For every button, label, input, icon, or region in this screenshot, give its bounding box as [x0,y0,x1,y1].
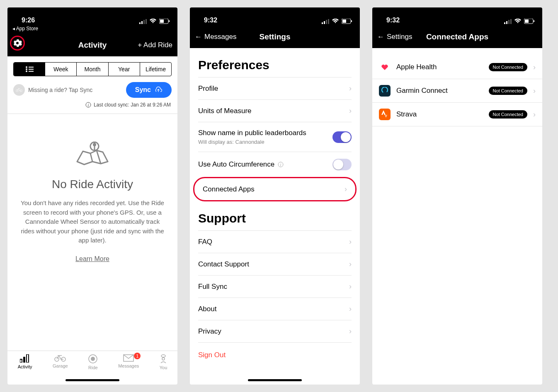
row-connected-label: Connected Apps [203,185,255,194]
chevron-icon: › [349,106,352,115]
apps-list: Apple Health Not Connected › Garmin Conn… [372,48,542,126]
svg-rect-21 [23,357,25,363]
row-about[interactable]: About › [198,298,352,320]
segment-month[interactable]: Month [77,63,108,76]
row-contact-label: Contact Support [198,260,249,269]
status-bar: 9:32 [190,7,360,26]
svg-rect-5 [160,19,164,23]
svg-point-29 [162,358,165,360]
segment-list[interactable] [14,63,45,76]
chevron-icon: › [349,282,352,291]
nav-bar: ← Messages Settings [190,26,360,48]
info-icon[interactable]: i [278,162,284,167]
back-button[interactable]: ← Messages [195,33,236,41]
info-icon: i [85,102,91,108]
back-label: Messages [204,33,236,41]
app-row-strava[interactable]: Strava Not Connected › [372,103,542,126]
segment-week[interactable]: Week [45,63,77,76]
svg-rect-40 [506,21,507,24]
app-strava-status: Not Connected [489,110,527,119]
last-sync-row: i Last cloud sync: Jan 26 at 9:26 AM [7,100,177,114]
svg-point-26 [91,357,95,361]
row-profile[interactable]: Profile › [198,77,352,100]
back-arrow-icon: ← [195,33,202,41]
app-health-status: Not Connected [489,63,527,71]
connected-apps-highlight: Connected Apps › [193,177,357,201]
svg-line-18 [97,150,101,164]
status-time: 9:26 [22,17,35,24]
wifi-icon [149,19,157,24]
bike-icon [13,84,25,96]
auto-circ-toggle[interactable] [332,159,352,170]
svg-rect-12 [29,71,34,72]
svg-rect-41 [508,20,509,24]
garmin-icon [379,85,391,97]
status-icons [504,19,535,24]
status-bar: 9:26 [7,7,177,26]
row-units[interactable]: Units of Measure › [198,100,352,122]
messages-badge: 1 [134,353,141,359]
svg-rect-42 [510,19,512,24]
sync-button[interactable]: Sync [126,82,172,98]
last-sync-text: Last cloud sync: Jan 26 at 9:26 AM [94,102,171,108]
svg-marker-47 [381,110,386,115]
tab-bar: Activity Garage Ride 1 Messages You [7,351,177,385]
add-ride-button[interactable]: + Add Ride [138,41,172,49]
record-icon [88,354,97,363]
connected-apps-screen: 9:32 ← Settings Connected Apps Apple Hea… [372,7,542,385]
tab-ride-label: Ride [88,365,98,370]
empty-state: No Ride Activity You don't have any ride… [7,114,177,351]
status-time: 9:32 [386,17,400,24]
wifi-icon [332,19,339,24]
row-connected-apps[interactable]: Connected Apps › [194,178,355,200]
svg-rect-1 [141,21,143,24]
chevron-icon: › [349,327,352,336]
battery-icon [524,19,535,24]
status-icons [322,19,352,24]
row-contact[interactable]: Contact Support › [198,253,352,276]
row-privacy-label: Privacy [198,327,221,336]
svg-point-19 [93,143,96,146]
segment-lifetime[interactable]: Lifetime [140,63,171,76]
sign-out-button[interactable]: Sign Out [190,343,360,368]
tab-you[interactable]: You [160,354,167,385]
home-indicator[interactable] [66,379,119,381]
segment-year[interactable]: Year [109,63,140,76]
row-fullsync[interactable]: Full Sync › [198,276,352,298]
back-label: Settings [387,33,412,41]
svg-rect-8 [29,67,34,68]
app-health-label: Apple Health [396,63,483,71]
tab-garage-label: Garage [53,363,68,368]
app-row-garmin[interactable]: Garmin Connect Not Connected › [372,79,542,103]
chevron-icon: › [345,185,347,194]
svg-rect-3 [146,19,147,24]
chevron-icon: › [349,305,352,313]
gear-icon[interactable] [13,39,22,48]
signal-icon [504,19,512,24]
tab-activity[interactable]: Activity [18,354,32,385]
home-indicator[interactable] [248,379,302,381]
chevron-icon: › [533,87,536,95]
activity-screen: 9:26 ◂ App Store Activity + Add Ride Wee… [7,7,177,385]
sync-button-label: Sync [135,86,151,94]
svg-rect-39 [504,22,505,24]
svg-text:i: i [87,103,89,107]
tab-messages[interactable]: 1 Messages [118,354,139,385]
svg-rect-35 [342,19,346,23]
row-privacy[interactable]: Privacy › [198,320,352,343]
row-faq[interactable]: FAQ › [198,231,352,253]
back-button[interactable]: ← Settings [377,33,412,41]
back-to-appstore[interactable]: ◂ App Store [7,26,177,34]
svg-text:i: i [280,162,281,167]
empty-description: You don't have any rides recorded yet. U… [20,198,165,245]
settings-screen: 9:32 ← Messages Settings Preferences Pro… [190,7,360,385]
app-garmin-status: Not Connected [489,87,527,95]
learn-more-link[interactable]: Learn More [75,255,109,263]
show-name-toggle[interactable] [332,131,352,143]
app-row-health[interactable]: Apple Health Not Connected › [372,56,542,79]
map-pin-icon [74,139,111,168]
signal-icon [322,19,329,24]
nav-bar: Activity + Add Ride [7,34,177,56]
tab-messages-label: Messages [118,363,139,368]
row-show-name-sub: Will display as: Cannondale [198,139,306,145]
